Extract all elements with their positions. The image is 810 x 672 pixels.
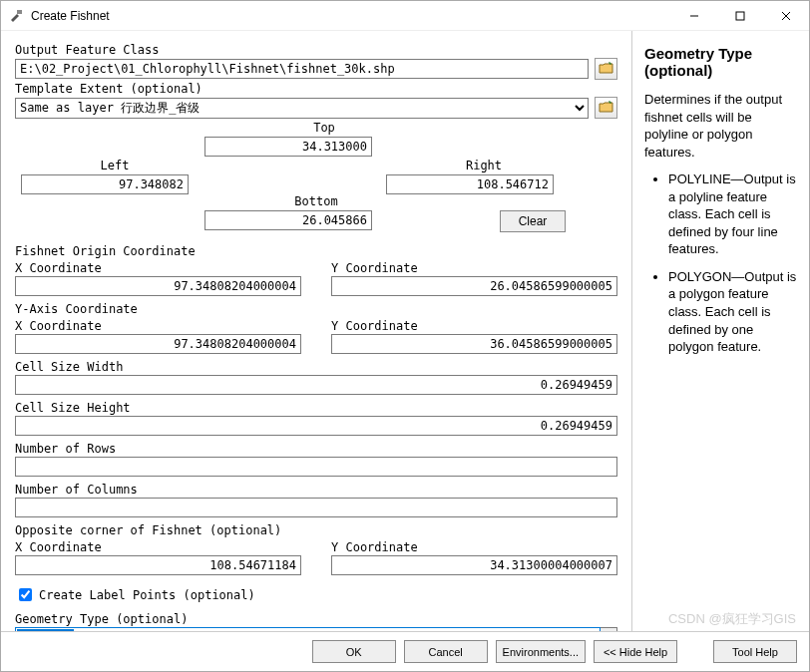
hide-help-button[interactable]: << Hide Help — [594, 640, 677, 663]
tool-help-button[interactable]: Tool Help — [713, 640, 797, 663]
browse-template-button[interactable] — [595, 97, 617, 119]
create-labels-label: Create Label Points (optional) — [39, 588, 255, 602]
origin-y-input[interactable] — [331, 276, 617, 296]
close-button[interactable] — [763, 1, 809, 31]
yaxis-y-label: Y Coordinate — [331, 319, 617, 333]
template-label: Template Extent (optional) — [15, 82, 617, 96]
nrows-label: Number of Rows — [15, 442, 617, 456]
chevron-down-icon[interactable] — [601, 627, 618, 631]
opp-x-input[interactable] — [15, 555, 301, 575]
opp-x-label: X Coordinate — [15, 540, 301, 554]
cellw-label: Cell Size Width — [15, 360, 617, 374]
ncols-label: Number of Columns — [15, 483, 617, 497]
opp-y-label: Y Coordinate — [331, 540, 617, 554]
environments-button[interactable]: Environments... — [496, 640, 586, 663]
bottom-input[interactable] — [204, 210, 372, 230]
svg-rect-2 — [736, 12, 744, 20]
opp-y-input[interactable] — [331, 555, 617, 575]
yaxis-y-input[interactable] — [331, 334, 617, 354]
help-title: Geometry Type (optional) — [644, 45, 797, 79]
geom-value: POLYGON — [17, 629, 74, 631]
form-pane: Output Feature Class Template Extent (op… — [1, 31, 631, 631]
ncols-input[interactable] — [15, 498, 617, 517]
geom-select[interactable]: POLYGON — [15, 627, 617, 631]
top-input[interactable] — [204, 137, 372, 157]
output-input[interactable] — [15, 59, 589, 79]
help-list: POLYLINE—Output is a polyline feature cl… — [644, 170, 797, 355]
ok-button[interactable]: OK — [312, 640, 396, 663]
browse-output-button[interactable] — [595, 58, 617, 80]
origin-x-input[interactable] — [15, 276, 301, 296]
help-bullet: POLYLINE—Output is a polyline feature cl… — [668, 170, 797, 258]
body: Output Feature Class Template Extent (op… — [1, 31, 809, 631]
left-input[interactable] — [21, 174, 189, 194]
create-labels-checkbox[interactable] — [19, 588, 32, 601]
help-desc: Determines if the output fishnet cells w… — [644, 91, 797, 161]
yaxis-label: Y-Axis Coordinate — [15, 302, 617, 316]
template-select[interactable]: Same as layer 行政边界_省级 — [15, 98, 589, 119]
window-controls — [671, 1, 809, 31]
cellh-input[interactable] — [15, 416, 617, 436]
nrows-input[interactable] — [15, 457, 617, 477]
footer: OK Cancel Environments... << Hide Help T… — [1, 631, 809, 671]
right-input[interactable] — [386, 174, 554, 194]
maximize-button[interactable] — [717, 1, 763, 31]
titlebar: Create Fishnet — [1, 1, 809, 31]
yaxis-x-input[interactable] — [15, 334, 301, 354]
origin-x-label: X Coordinate — [15, 261, 301, 275]
extent-grid: Top Left Right Bottom Clear — [15, 121, 617, 238]
opp-label: Opposite corner of Fishnet (optional) — [15, 523, 617, 537]
window-title: Create Fishnet — [31, 9, 671, 23]
minimize-button[interactable] — [671, 1, 717, 31]
svg-rect-0 — [17, 10, 22, 14]
output-label: Output Feature Class — [15, 43, 617, 57]
bottom-label: Bottom — [286, 194, 346, 208]
folder-open-icon — [599, 100, 614, 117]
origin-label: Fishnet Origin Coordinate — [15, 244, 617, 258]
folder-open-icon — [599, 61, 614, 78]
clear-button[interactable]: Clear — [500, 210, 566, 232]
right-label: Right — [454, 159, 514, 172]
top-label: Top — [294, 121, 354, 135]
origin-y-label: Y Coordinate — [331, 261, 617, 275]
left-label: Left — [85, 159, 145, 172]
help-bullet: POLYGON—Output is a polygon feature clas… — [668, 268, 797, 356]
geom-label: Geometry Type (optional) — [15, 612, 617, 626]
yaxis-x-label: X Coordinate — [15, 319, 301, 333]
window: Create Fishnet Output Feature Class Temp… — [0, 0, 810, 672]
hammer-icon — [9, 8, 25, 24]
help-pane: Geometry Type (optional) Determines if t… — [631, 31, 809, 631]
cellw-input[interactable] — [15, 375, 617, 395]
cancel-button[interactable]: Cancel — [404, 640, 488, 663]
cellh-label: Cell Size Height — [15, 401, 617, 415]
